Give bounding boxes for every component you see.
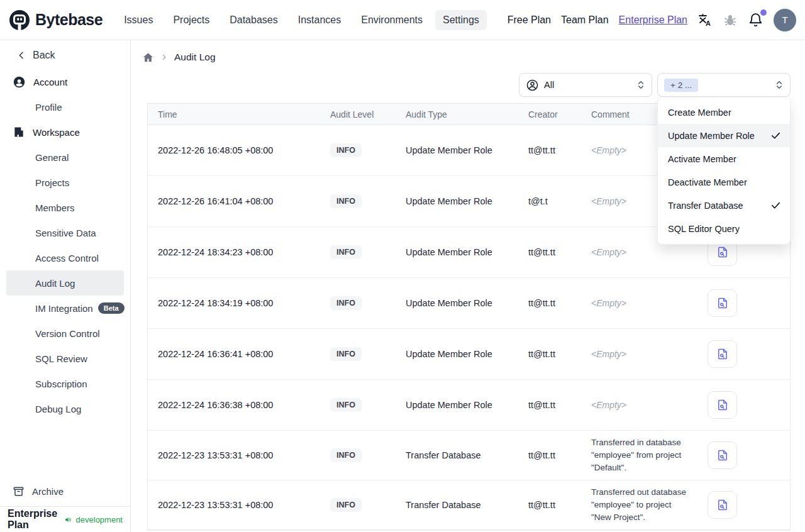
chevron-updown-icon	[775, 80, 784, 90]
file-search-icon	[716, 297, 729, 309]
file-search-icon	[716, 449, 729, 462]
workspace-section-label: Workspace	[33, 127, 80, 138]
audit-level-badge: INFO	[330, 448, 362, 462]
audit-level-badge: INFO	[330, 398, 362, 412]
cell-time: 2022-12-24 16:36:38 +08:00	[148, 380, 320, 431]
cell-comment: <Empty>	[591, 145, 626, 155]
creator-filter-value: All	[544, 80, 631, 90]
notifications-bell-icon[interactable]	[748, 12, 763, 28]
sidebar-item-members[interactable]: Members	[0, 195, 130, 220]
cell-audit-type: Update Member Role	[396, 125, 518, 176]
audit-type-filter-select[interactable]: + 2 ...	[657, 73, 791, 97]
nav-link-projects[interactable]: Projects	[165, 10, 217, 30]
nav-links: Issues Projects Databases Instances Envi…	[116, 10, 487, 30]
back-button[interactable]: Back	[0, 44, 130, 67]
sidebar-item-subscription[interactable]: Subscription	[0, 371, 130, 396]
audit-level-badge: INFO	[330, 143, 362, 157]
cell-creator: t@t.t	[518, 176, 581, 227]
team-plan-label[interactable]: Team Plan	[561, 14, 609, 26]
view-detail-button[interactable]	[708, 391, 737, 419]
sidebar-item-audit-log[interactable]: Audit Log	[6, 270, 124, 296]
cell-audit-type: Update Member Role	[396, 176, 518, 227]
sidebar-item-sql-review[interactable]: SQL Review	[0, 346, 130, 371]
sidebar-item-version-control[interactable]: Version Control	[0, 321, 130, 346]
sidebar-item-debug-log[interactable]: Debug Log	[0, 396, 130, 421]
translate-icon[interactable]: A	[697, 13, 713, 28]
cell-comment: <Empty>	[591, 196, 626, 206]
beta-badge: Beta	[98, 302, 125, 314]
bytebase-logo-icon	[9, 9, 30, 31]
audit-level-badge: INFO	[330, 296, 362, 310]
archive-label: Archive	[32, 486, 64, 497]
column-header-audit-type: Audit Type	[396, 104, 518, 125]
menu-item-deactivate-member[interactable]: Deactivate Member	[658, 170, 790, 194]
svg-text:A: A	[706, 19, 711, 27]
sidebar-item-archive[interactable]: Archive	[0, 479, 130, 504]
sidebar-item-im-integration[interactable]: IM Integration Beta	[0, 296, 130, 321]
nav-link-databases[interactable]: Databases	[222, 10, 286, 30]
menu-item-activate-member[interactable]: Activate Member	[658, 147, 790, 170]
free-plan-label[interactable]: Free Plan	[508, 14, 551, 26]
cell-comment: <Empty>	[591, 298, 626, 308]
cell-comment: Transferred in database "employee" from …	[591, 438, 681, 472]
home-icon[interactable]	[142, 52, 154, 64]
menu-item-transfer-database[interactable]: Transfer Database	[658, 194, 790, 217]
archive-icon	[13, 485, 25, 497]
environment-label: development	[76, 515, 123, 524]
sidebar-section-account: Account	[0, 69, 130, 94]
table-row: 2022-12-23 13:53:31 +08:00 INFO Transfer…	[148, 431, 790, 480]
enterprise-plan-link[interactable]: Enterprise Plan	[619, 14, 687, 26]
sidebar-item-access-control[interactable]: Access Control	[0, 245, 130, 270]
cell-audit-type: Update Member Role	[396, 278, 518, 329]
cell-time: 2022-12-24 16:36:41 +08:00	[148, 329, 320, 380]
check-icon	[770, 200, 781, 211]
account-icon	[13, 75, 26, 89]
creator-filter-select[interactable]: All	[519, 73, 652, 97]
chevron-left-icon	[16, 50, 26, 60]
cell-time: 2022-12-23 13:53:31 +08:00	[148, 480, 320, 530]
file-search-icon	[716, 348, 729, 360]
cell-creator: tt@tt.tt	[518, 431, 581, 480]
plan-footer: Enterprise Plan development	[0, 506, 130, 532]
check-icon	[770, 130, 781, 141]
file-search-icon	[716, 399, 729, 411]
cell-audit-type: Transfer Database	[396, 431, 518, 480]
nav-link-instances[interactable]: Instances	[291, 10, 348, 30]
sidebar-item-profile[interactable]: Profile	[0, 94, 130, 119]
cell-creator: tt@tt.tt	[518, 380, 581, 431]
view-detail-button[interactable]	[708, 340, 737, 368]
cell-comment: <Empty>	[591, 349, 626, 359]
user-circle-icon	[526, 79, 539, 92]
audit-level-badge: INFO	[330, 194, 362, 208]
nav-link-settings[interactable]: Settings	[435, 10, 487, 30]
sidebar-section-workspace: Workspace	[0, 119, 130, 145]
file-search-icon	[716, 499, 729, 511]
menu-item-sql-editor-query[interactable]: SQL Editor Query	[658, 217, 790, 240]
main-content: Audit Log All + 2 ...	[131, 40, 805, 532]
cell-audit-type: Update Member Role	[396, 329, 518, 380]
account-section-label: Account	[33, 77, 67, 87]
workspace-icon	[13, 126, 25, 138]
nav-link-issues[interactable]: Issues	[116, 10, 160, 30]
nav-link-environments[interactable]: Environments	[353, 10, 430, 30]
cell-audit-type: Transfer Database	[396, 480, 518, 530]
column-header-time: Time	[148, 104, 320, 125]
view-detail-button[interactable]	[708, 441, 737, 469]
cell-time: 2022-12-26 16:48:05 +08:00	[148, 125, 320, 176]
user-avatar[interactable]: T	[774, 9, 796, 31]
cell-creator: tt@tt.tt	[518, 125, 581, 176]
audit-type-dropdown-menu: Create Member Update Member Role Activat…	[657, 98, 791, 245]
view-detail-button[interactable]	[708, 289, 737, 317]
menu-item-create-member[interactable]: Create Member	[658, 101, 790, 124]
sidebar-item-sensitive-data[interactable]: Sensitive Data	[0, 220, 130, 245]
menu-item-update-member-role[interactable]: Update Member Role	[658, 124, 790, 147]
speaker-icon	[64, 514, 72, 525]
bytebase-logo[interactable]: Bytebase	[9, 9, 103, 31]
breadcrumb: Audit Log	[131, 40, 805, 65]
cell-audit-type: Update Member Role	[396, 380, 518, 431]
bug-icon[interactable]	[723, 13, 738, 28]
view-detail-button[interactable]	[708, 491, 737, 519]
sidebar-item-general[interactable]: General	[0, 145, 130, 170]
sidebar-item-projects[interactable]: Projects	[0, 170, 130, 195]
file-search-icon	[716, 246, 729, 258]
